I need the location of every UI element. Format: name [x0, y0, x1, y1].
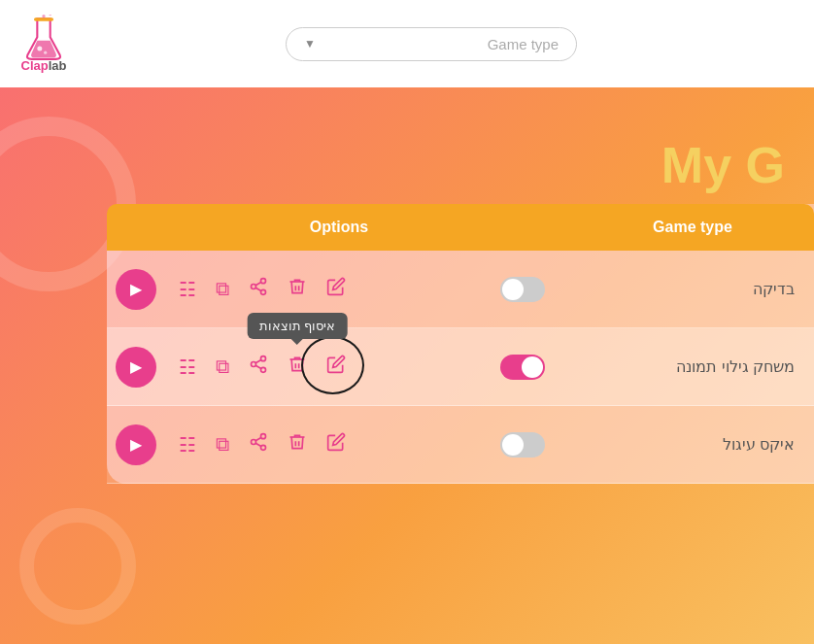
- logo-text: Claplab: [21, 58, 67, 73]
- svg-point-11: [252, 362, 256, 367]
- page-title: My G: [661, 136, 785, 194]
- trash-tooltip-container: איסוף תוצאות: [284, 351, 311, 383]
- table-header: Options Game type: [107, 204, 814, 251]
- svg-point-1: [44, 51, 47, 54]
- copy-icon-2[interactable]: ⧉: [212, 352, 233, 382]
- toggle-2[interactable]: [500, 355, 545, 380]
- table-row: ▶ ☷ ⧉: [107, 251, 814, 328]
- logo-icon: [19, 15, 68, 63]
- toggle-knob-2: [522, 356, 543, 378]
- trash-icon-3[interactable]: [284, 428, 311, 460]
- action-icons-1: ☷ ⧉: [165, 273, 474, 305]
- svg-line-8: [255, 288, 261, 290]
- play-button-3[interactable]: ▶: [116, 424, 156, 465]
- toggle-knob-3: [502, 434, 524, 456]
- play-button-1[interactable]: ▶: [116, 269, 156, 310]
- decorative-circle-2: [19, 508, 136, 625]
- table-row: ▶ ☷ ⧉ איסוף תוצאות: [107, 328, 814, 406]
- edit-icon-2[interactable]: [322, 351, 350, 383]
- play-button-area-3: ▶: [107, 424, 165, 465]
- tooltip: איסוף תוצאות: [248, 313, 348, 339]
- list-icon-2[interactable]: ☷: [175, 352, 200, 383]
- svg-line-18: [255, 443, 261, 446]
- svg-point-5: [261, 279, 266, 284]
- list-icon-3[interactable]: ☷: [175, 429, 200, 460]
- toggle-area-2: [474, 355, 571, 380]
- toggle-1[interactable]: [500, 277, 545, 302]
- play-button-2[interactable]: ▶: [116, 347, 156, 388]
- toggle-3[interactable]: [500, 432, 545, 458]
- share-icon-3[interactable]: [245, 428, 272, 460]
- table-row: ▶ ☷ ⧉: [107, 406, 814, 484]
- svg-point-17: [261, 445, 266, 450]
- svg-point-10: [261, 356, 266, 361]
- game-name-1: בדיקה: [571, 280, 814, 298]
- column-options-header: Options: [107, 204, 571, 251]
- svg-point-3: [42, 15, 45, 17]
- svg-line-14: [255, 359, 261, 362]
- action-icons-2: ☷ ⧉ איסוף תוצאות: [165, 351, 474, 383]
- background-gradient: My G Options Game type ▶ ☷ ⧉: [0, 87, 814, 644]
- play-button-area-1: ▶: [107, 269, 165, 310]
- svg-line-9: [255, 282, 261, 285]
- svg-point-4: [49, 15, 51, 16]
- trash-icon-2[interactable]: [284, 351, 311, 383]
- dropdown-arrow-icon: ▼: [304, 37, 316, 51]
- share-icon-2[interactable]: [245, 351, 272, 383]
- copy-icon-3[interactable]: ⧉: [212, 429, 233, 459]
- action-icons-3: ☷ ⧉: [165, 428, 474, 460]
- share-icon-1[interactable]: [245, 273, 272, 305]
- header-center: ▼ Game type: [68, 27, 795, 61]
- trash-icon-1[interactable]: [284, 273, 311, 305]
- column-gametype-header: Game type: [571, 204, 814, 251]
- play-button-area-2: ▶: [107, 347, 165, 388]
- dropdown-label: Game type: [325, 36, 559, 52]
- game-name-2: משחק גילוי תמונה: [571, 357, 814, 376]
- header: Claplab ▼ Game type: [0, 0, 814, 87]
- edit-icon-1[interactable]: [322, 273, 350, 305]
- logo: Claplab: [19, 15, 68, 73]
- game-name-3: איקס עיגול: [571, 435, 814, 454]
- svg-point-7: [261, 289, 266, 294]
- svg-point-6: [252, 285, 256, 289]
- copy-icon-1[interactable]: ⧉: [212, 274, 233, 304]
- toggle-area-3: [474, 432, 571, 458]
- svg-line-19: [255, 437, 261, 440]
- toggle-knob-1: [502, 279, 524, 300]
- edit-icon-3[interactable]: [322, 428, 350, 460]
- toggle-area-1: [474, 277, 571, 302]
- svg-point-15: [261, 434, 266, 439]
- content-card: Options Game type ▶ ☷ ⧉: [107, 204, 814, 484]
- game-type-dropdown[interactable]: ▼ Game type: [286, 27, 577, 61]
- list-icon-1[interactable]: ☷: [175, 274, 200, 305]
- edit-icon-area-2: [322, 351, 350, 383]
- svg-line-13: [255, 365, 261, 368]
- svg-rect-2: [34, 17, 53, 20]
- svg-point-16: [252, 440, 256, 445]
- svg-point-12: [261, 367, 266, 372]
- svg-point-0: [37, 47, 42, 51]
